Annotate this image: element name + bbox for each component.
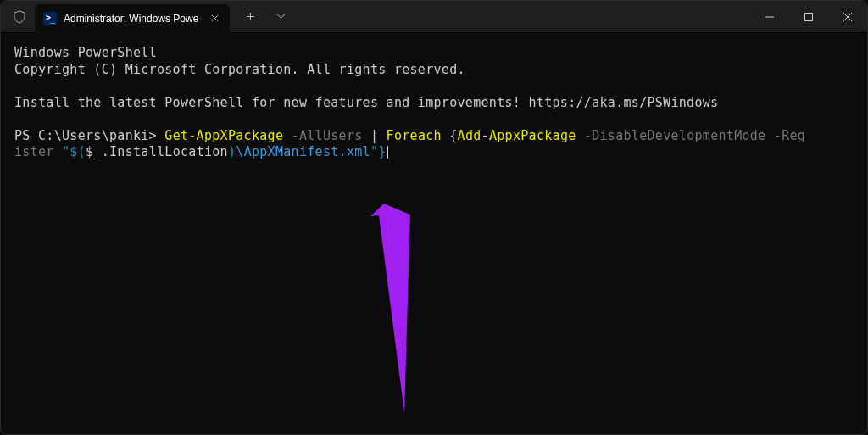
cmd-token: { [442, 128, 458, 143]
blank-line [14, 78, 854, 95]
cmd-token: Add-AppxPackage [458, 128, 576, 143]
title-bar: Administrator: Windows Powe [1, 1, 867, 33]
tab-actions [236, 3, 294, 31]
annotation-arrow-icon [323, 201, 425, 421]
tab-dropdown-button[interactable] [267, 3, 294, 31]
command-line-2: ister "$($_.InstallLocation)\AppXManifes… [14, 144, 854, 161]
maximize-button[interactable] [789, 1, 828, 33]
blank-line [14, 111, 854, 128]
cmd-token: .InstallLocation [102, 144, 228, 159]
cmd-token: -DisableDevelopmentMode [576, 128, 766, 143]
banner-line: Copyright (C) Microsoft Corporation. All… [14, 62, 854, 79]
cmd-token: "} [370, 144, 387, 159]
svg-rect-0 [805, 13, 813, 20]
cmd-token: $_ [86, 144, 102, 159]
new-tab-button[interactable] [236, 3, 264, 31]
prompt-text: PS C:\Users\panki> [14, 128, 164, 143]
tab-title-text: Administrator: Windows Powe [64, 13, 199, 25]
banner-line: Install the latest PowerShell for new fe… [14, 95, 854, 112]
cmd-token: ) [228, 144, 236, 159]
cmd-token: -Reg [766, 128, 806, 143]
uac-shield-icon [13, 10, 26, 24]
cmd-token: Foreach [387, 128, 442, 143]
cursor-icon [387, 146, 388, 159]
cmd-token: | [363, 128, 387, 143]
close-window-button[interactable] [828, 1, 867, 33]
window-controls [750, 1, 867, 33]
cmd-token: \AppXManifest.xml [236, 144, 370, 159]
banner-line: Windows PowerShell [14, 45, 854, 62]
cmd-token: "$( [54, 144, 86, 159]
command-line-1: PS C:\Users\panki> Get-AppXPackage -AllU… [14, 128, 854, 145]
cmd-token: Get-AppXPackage [164, 128, 283, 143]
cmd-token: -AllUsers [283, 128, 362, 143]
powershell-icon [43, 12, 57, 25]
terminal-content[interactable]: Windows PowerShell Copyright (C) Microso… [1, 33, 867, 175]
active-tab[interactable]: Administrator: Windows Powe [35, 4, 230, 33]
cmd-token: ister [14, 144, 54, 159]
minimize-button[interactable] [750, 1, 789, 33]
tab-close-button[interactable] [206, 10, 223, 27]
